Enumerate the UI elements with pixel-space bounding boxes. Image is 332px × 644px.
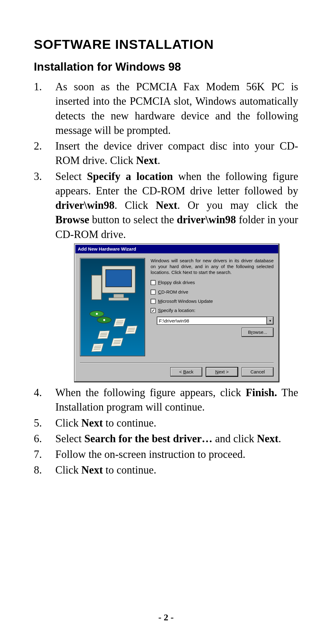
monitor-icon (102, 266, 136, 293)
cd-icon (89, 310, 104, 317)
option-cdrom[interactable]: CD-ROM drive (151, 289, 274, 295)
label-part: ack (186, 369, 193, 374)
option-label: Specify a location: (158, 307, 196, 314)
step-3: Select Specify a location when the follo… (34, 169, 298, 383)
hotkey-underline: S (158, 308, 161, 313)
step-text: button to select the (89, 214, 177, 226)
option-label: CD-ROM drive (158, 289, 188, 295)
document-icon (97, 330, 110, 339)
checkbox-checked-icon[interactable]: ✓ (151, 308, 156, 313)
keyword-finish: Finish. (246, 387, 277, 399)
step-2: Insert the device driver compact disc in… (34, 139, 298, 168)
page-number: - 2 - (0, 612, 332, 623)
document-icon (113, 318, 126, 326)
section-title: SOFTWARE INSTALLATION (34, 37, 298, 52)
step-7: Follow the on-screen instruction to proc… (34, 447, 298, 462)
step-text: Insert the device driver compact disc in… (55, 140, 298, 166)
label-part: owse... (253, 330, 267, 335)
keyword-browse: Browse (55, 214, 89, 226)
hardware-wizard-dialog: Add New Hardware Wizard (74, 244, 279, 382)
keyword-search-best-driver: Search for the best driver… (84, 433, 212, 445)
wizard-graphic (80, 258, 145, 356)
screenshot-figure: Add New Hardware Wizard (55, 244, 298, 382)
label-part: B (248, 330, 251, 335)
step-text: . Or you may click the (177, 199, 298, 211)
option-label-text: pecify a location: (161, 308, 196, 313)
label-part: < (179, 369, 183, 374)
option-label-text: icrosoft Windows Update (162, 299, 213, 304)
chevron-down-icon: ▼ (269, 319, 272, 323)
step-4: When the following figure appears, click… (34, 385, 298, 415)
option-label: Floppy disk drives (158, 279, 195, 286)
step-text: Select (55, 170, 87, 182)
step-text: to continue. (103, 417, 156, 429)
option-label: Microsoft Windows Update (158, 298, 213, 304)
dropdown-button[interactable]: ▼ (267, 317, 274, 325)
button-label: Next > (215, 369, 229, 375)
step-5: Click Next to continue. (34, 416, 298, 430)
button-label: Browse... (248, 329, 267, 335)
keyword-specify-location: Specify a location (87, 170, 173, 182)
dialog-description: Windows will search for new drivers in i… (151, 258, 274, 275)
back-button[interactable]: < Back (170, 367, 202, 377)
browse-row: Browse... (157, 328, 274, 337)
step-6: Select Search for the best driver… and c… (34, 431, 298, 446)
instruction-list: As soon as the PCMCIA Fax Modem 56K PC i… (34, 80, 298, 478)
option-windows-update[interactable]: Microsoft Windows Update (151, 298, 274, 304)
hotkey-underline: C (158, 289, 161, 295)
hotkey-underline: B (183, 369, 186, 374)
step-text: Follow the on-screen instruction to proc… (55, 448, 245, 460)
keyword-next: Next (136, 154, 157, 166)
step-text: Click (55, 417, 81, 429)
step-1: As soon as the PCMCIA Fax Modem 56K PC i… (34, 80, 298, 138)
step-text: Click (55, 464, 81, 476)
cd-icon (97, 317, 112, 323)
cancel-button[interactable]: Cancel (242, 367, 274, 377)
tower-icon (91, 275, 102, 300)
window-icon (117, 277, 123, 282)
step-text: . (157, 154, 160, 166)
step-text: and click (212, 433, 257, 445)
hotkey-underline: N (215, 369, 219, 374)
hotkey-underline: F (158, 280, 161, 285)
monitor-base-icon (109, 298, 129, 301)
step-text: When the following figure appears, click (55, 387, 246, 399)
document-icon (111, 338, 123, 346)
keyword-next: Next (156, 199, 177, 211)
step-text: Select (55, 433, 84, 445)
dialog-right-column: Windows will search for new drivers in i… (151, 258, 274, 356)
dialog-button-row: < Back Next > Cancel (74, 363, 279, 382)
option-specify-location[interactable]: ✓ Specify a location: (151, 307, 274, 314)
keyword-next: Next (81, 417, 103, 429)
dialog-body: Windows will search for new drivers in i… (74, 254, 279, 358)
keyword-path: driver\win98 (55, 199, 114, 211)
label-part: ext > (219, 369, 229, 374)
location-combobox[interactable]: F:\driver\win98 ▼ (157, 317, 274, 325)
location-input[interactable]: F:\driver\win98 (157, 317, 267, 325)
button-label: < Back (179, 369, 193, 375)
dialog-titlebar: Add New Hardware Wizard (75, 245, 278, 253)
step-text: . Click (114, 199, 156, 211)
keyword-next: Next (81, 464, 103, 476)
step-text: . (279, 433, 281, 445)
step-text: As soon as the PCMCIA Fax Modem 56K PC i… (55, 81, 298, 136)
keyword-path: driver\win98 (177, 214, 236, 226)
option-label-text: D-ROM drive (161, 289, 188, 295)
checkbox-icon[interactable] (151, 290, 156, 295)
document-icon (125, 326, 137, 334)
hotkey-underline: M (158, 299, 162, 304)
checkbox-icon[interactable] (151, 280, 156, 285)
step-8: Click Next to continue. (34, 463, 298, 477)
button-label: Cancel (251, 369, 265, 375)
browse-button[interactable]: Browse... (242, 328, 274, 337)
document-page: SOFTWARE INSTALLATION Installation for W… (0, 0, 332, 644)
option-floppy[interactable]: Floppy disk drives (151, 279, 274, 286)
document-icon (91, 343, 104, 352)
next-button[interactable]: Next > (206, 367, 238, 377)
checkbox-icon[interactable] (151, 299, 156, 304)
step-text: to continue. (103, 464, 156, 476)
section-subtitle: Installation for Windows 98 (34, 60, 298, 73)
option-label-text: loppy disk drives (161, 280, 195, 285)
keyword-next: Next (257, 433, 279, 445)
